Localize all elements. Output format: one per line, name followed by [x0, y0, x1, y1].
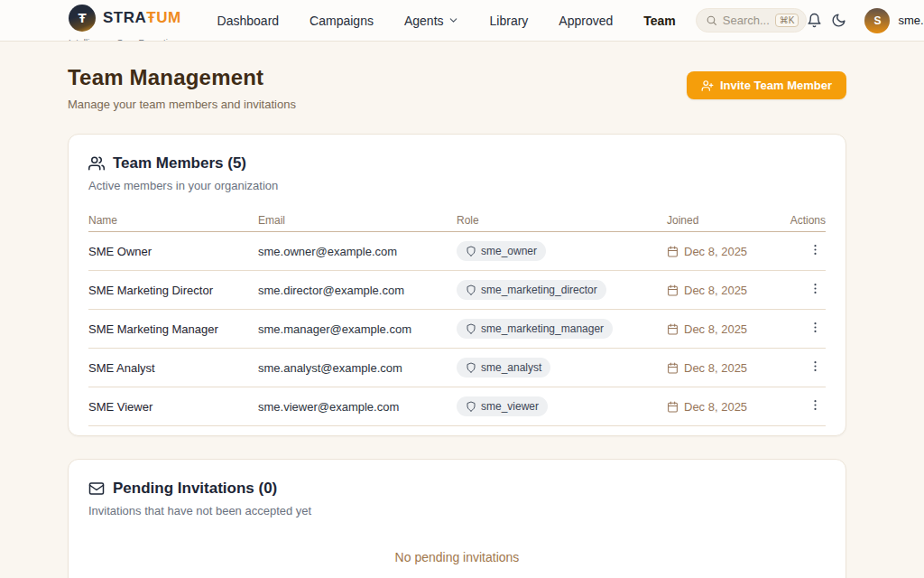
role-badge: sme_marketing_manager: [457, 319, 613, 339]
chevron-down-icon: [448, 14, 459, 26]
member-email: sme.director@example.com: [258, 284, 457, 297]
team-members-card: Team Members (5) Active members in your …: [68, 134, 846, 436]
row-actions-button[interactable]: [805, 356, 826, 379]
brand-logo[interactable]: Ŧ STRAŦUM Intelligence Over Execution: [69, 10, 181, 32]
user-plus-icon: [701, 79, 714, 92]
member-email: sme.manager@example.com: [258, 322, 457, 336]
top-navigation-bar: Ŧ STRAŦUM Intelligence Over Execution Da…: [0, 0, 924, 42]
user-email: sme.owner@example.com: [898, 14, 924, 27]
column-header-email: Email: [258, 214, 457, 227]
row-actions-button[interactable]: [805, 278, 826, 302]
member-name: SME Analyst: [88, 361, 258, 375]
joined-date: Dec 8, 2025: [667, 245, 784, 258]
main-nav: Dashboard Campaigns Agents Library Appro…: [217, 14, 676, 28]
joined-date: Dec 8, 2025: [667, 284, 784, 297]
invite-team-member-button[interactable]: Invite Team Member: [687, 71, 846, 99]
page-title: Team Management: [68, 65, 296, 90]
brand-logo-icon: Ŧ: [69, 5, 96, 32]
logo-glyph: Ŧ: [78, 10, 86, 25]
row-actions-button[interactable]: [805, 395, 826, 418]
member-email: sme.viewer@example.com: [258, 400, 457, 414]
table-row: SME Owner sme.owner@example.com sme_owne…: [88, 232, 826, 271]
joined-date: Dec 8, 2025: [667, 361, 784, 375]
users-icon: [88, 155, 105, 172]
moon-icon: [831, 13, 846, 28]
member-name: SME Viewer: [88, 400, 258, 414]
row-actions-button[interactable]: [805, 239, 826, 263]
column-header-name: Name: [88, 214, 258, 227]
more-vertical-icon: [808, 398, 822, 412]
more-vertical-icon: [808, 321, 822, 334]
team-members-card-subtitle: Active members in your organization: [88, 179, 826, 192]
role-badge: sme_owner: [457, 241, 546, 261]
search-shortcut-badge: ⌘K: [775, 14, 799, 27]
header-actions: S sme.owner@example.com: [807, 8, 924, 33]
member-email: sme.analyst@example.com: [258, 361, 457, 375]
role-badge: sme_viewer: [457, 396, 548, 416]
more-vertical-icon: [808, 359, 822, 373]
table-header-row: Name Email Role Joined Actions: [88, 209, 826, 232]
table-row: SME Viewer sme.viewer@example.com sme_vi…: [88, 387, 826, 426]
mail-icon: [88, 480, 105, 497]
pending-invitations-card-title: Pending Invitations (0): [88, 480, 826, 498]
search-input[interactable]: [723, 14, 770, 27]
user-avatar[interactable]: S: [864, 8, 890, 33]
nav-item-team[interactable]: Team: [643, 14, 676, 28]
team-members-card-title: Team Members (5): [88, 154, 826, 172]
column-header-joined: Joined: [667, 214, 784, 227]
nav-item-agents[interactable]: Agents: [404, 14, 459, 28]
column-header-role: Role: [457, 214, 667, 227]
shield-icon: [466, 362, 476, 373]
member-name: SME Marketing Manager: [88, 322, 258, 336]
column-header-actions: Actions: [784, 214, 826, 227]
table-row: SME Analyst sme.analyst@example.com sme_…: [88, 349, 826, 387]
global-search[interactable]: ⌘K: [696, 8, 808, 33]
member-email: sme.owner@example.com: [258, 245, 457, 258]
page-header: Team Management Manage your team members…: [68, 65, 846, 111]
joined-date: Dec 8, 2025: [667, 400, 784, 414]
role-badge: sme_marketing_director: [457, 280, 606, 300]
more-vertical-icon: [808, 243, 822, 256]
bell-icon: [807, 13, 822, 28]
calendar-icon: [667, 362, 679, 374]
calendar-icon: [667, 246, 679, 257]
member-name: SME Owner: [88, 245, 258, 258]
shield-icon: [466, 284, 476, 295]
calendar-icon: [667, 284, 679, 296]
search-icon: [706, 14, 717, 26]
empty-state-text: No pending invitations: [88, 550, 826, 564]
nav-item-dashboard[interactable]: Dashboard: [217, 14, 280, 28]
nav-item-library[interactable]: Library: [490, 14, 529, 28]
more-vertical-icon: [808, 282, 822, 295]
row-actions-button[interactable]: [805, 317, 826, 340]
nav-item-campaigns[interactable]: Campaigns: [310, 14, 374, 28]
role-badge: sme_analyst: [457, 358, 550, 378]
team-members-table: Name Email Role Joined Actions SME Owner…: [88, 209, 826, 426]
pending-invitations-card-subtitle: Invitations that have not been accepted …: [88, 504, 826, 517]
notifications-button[interactable]: [807, 13, 822, 28]
member-name: SME Marketing Director: [88, 284, 258, 297]
shield-icon: [466, 323, 476, 334]
brand-name: STRAŦUM: [103, 9, 181, 27]
shield-icon: [466, 246, 476, 256]
nav-item-approved[interactable]: Approved: [559, 14, 613, 28]
theme-toggle-button[interactable]: [831, 13, 846, 28]
calendar-icon: [667, 401, 679, 413]
calendar-icon: [667, 323, 679, 335]
main-content: Team Management Manage your team members…: [0, 42, 924, 578]
page-subtitle: Manage your team members and invitations: [68, 98, 296, 111]
table-row: SME Marketing Director sme.director@exam…: [88, 271, 826, 310]
table-row: SME Marketing Manager sme.manager@exampl…: [88, 310, 826, 349]
joined-date: Dec 8, 2025: [667, 322, 784, 336]
pending-invitations-card: Pending Invitations (0) Invitations that…: [68, 459, 846, 578]
shield-icon: [466, 401, 476, 412]
